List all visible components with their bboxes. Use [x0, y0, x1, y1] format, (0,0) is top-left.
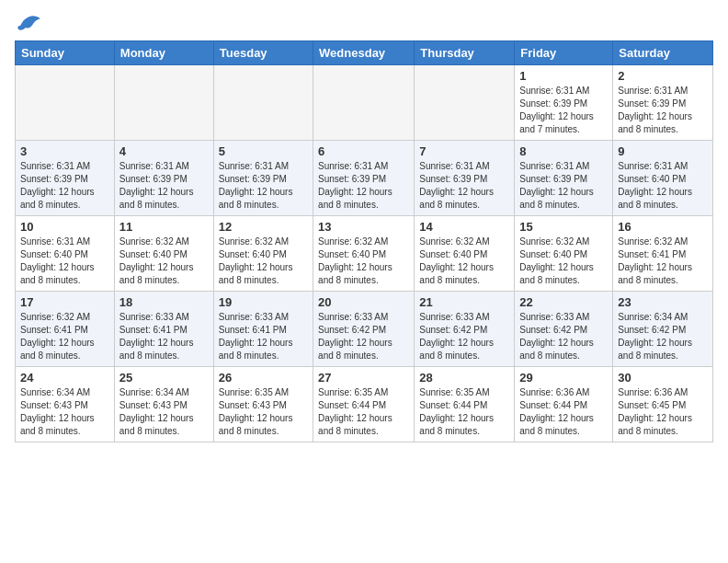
- day-info: Sunrise: 6:34 AM Sunset: 6:42 PM Dayligh…: [618, 311, 708, 362]
- calendar-cell: 20Sunrise: 6:33 AM Sunset: 6:42 PM Dayli…: [313, 292, 415, 367]
- calendar-cell: [313, 65, 415, 141]
- calendar-cell: 2Sunrise: 6:31 AM Sunset: 6:39 PM Daylig…: [613, 65, 713, 141]
- day-info: Sunrise: 6:33 AM Sunset: 6:42 PM Dayligh…: [519, 311, 608, 362]
- day-number: 7: [419, 144, 509, 158]
- calendar-cell: 11Sunrise: 6:32 AM Sunset: 6:40 PM Dayli…: [114, 216, 213, 292]
- calendar-cell: 1Sunrise: 6:31 AM Sunset: 6:39 PM Daylig…: [515, 65, 613, 141]
- calendar-cell: 4Sunrise: 6:31 AM Sunset: 6:39 PM Daylig…: [114, 141, 213, 216]
- calendar-cell: 18Sunrise: 6:33 AM Sunset: 6:41 PM Dayli…: [114, 292, 213, 367]
- logo-bird-icon: [17, 15, 42, 33]
- day-info: Sunrise: 6:32 AM Sunset: 6:40 PM Dayligh…: [318, 236, 409, 287]
- week-row-4: 17Sunrise: 6:32 AM Sunset: 6:41 PM Dayli…: [16, 292, 713, 367]
- calendar-cell: 30Sunrise: 6:36 AM Sunset: 6:45 PM Dayli…: [613, 367, 713, 442]
- calendar-cell: 12Sunrise: 6:32 AM Sunset: 6:40 PM Dayli…: [213, 216, 313, 292]
- calendar-cell: 7Sunrise: 6:31 AM Sunset: 6:39 PM Daylig…: [415, 141, 515, 216]
- calendar-cell: 24Sunrise: 6:34 AM Sunset: 6:43 PM Dayli…: [16, 367, 115, 442]
- calendar-cell: 23Sunrise: 6:34 AM Sunset: 6:42 PM Dayli…: [613, 292, 713, 367]
- day-number: 27: [318, 371, 409, 385]
- day-info: Sunrise: 6:32 AM Sunset: 6:40 PM Dayligh…: [119, 236, 209, 287]
- day-info: Sunrise: 6:31 AM Sunset: 6:39 PM Dayligh…: [519, 160, 608, 212]
- day-info: Sunrise: 6:31 AM Sunset: 6:39 PM Dayligh…: [618, 85, 708, 136]
- day-info: Sunrise: 6:32 AM Sunset: 6:41 PM Dayligh…: [20, 311, 109, 362]
- calendar-cell: 3Sunrise: 6:31 AM Sunset: 6:39 PM Daylig…: [16, 141, 115, 216]
- calendar-cell: 13Sunrise: 6:32 AM Sunset: 6:40 PM Dayli…: [313, 216, 415, 292]
- calendar-cell: [213, 65, 313, 141]
- day-number: 17: [20, 295, 109, 309]
- calendar-cell: [16, 65, 115, 141]
- day-number: 1: [519, 69, 608, 83]
- weekday-header-tuesday: Tuesday: [213, 41, 313, 65]
- weekday-header-thursday: Thursday: [415, 41, 515, 65]
- day-info: Sunrise: 6:31 AM Sunset: 6:39 PM Dayligh…: [419, 160, 509, 212]
- day-info: Sunrise: 6:35 AM Sunset: 6:43 PM Dayligh…: [219, 386, 308, 438]
- day-number: 2: [618, 69, 708, 83]
- calendar-cell: [415, 65, 515, 141]
- calendar-cell: 22Sunrise: 6:33 AM Sunset: 6:42 PM Dayli…: [515, 292, 613, 367]
- day-info: Sunrise: 6:35 AM Sunset: 6:44 PM Dayligh…: [419, 386, 509, 438]
- week-row-5: 24Sunrise: 6:34 AM Sunset: 6:43 PM Dayli…: [16, 367, 713, 442]
- week-row-2: 3Sunrise: 6:31 AM Sunset: 6:39 PM Daylig…: [16, 141, 713, 216]
- day-number: 3: [20, 144, 109, 158]
- weekday-header-row: SundayMondayTuesdayWednesdayThursdayFrid…: [16, 41, 713, 65]
- weekday-header-saturday: Saturday: [613, 41, 713, 65]
- day-info: Sunrise: 6:33 AM Sunset: 6:41 PM Dayligh…: [119, 311, 209, 362]
- week-row-1: 1Sunrise: 6:31 AM Sunset: 6:39 PM Daylig…: [16, 65, 713, 141]
- calendar-cell: 10Sunrise: 6:31 AM Sunset: 6:40 PM Dayli…: [16, 216, 115, 292]
- day-info: Sunrise: 6:32 AM Sunset: 6:40 PM Dayligh…: [419, 236, 509, 287]
- day-number: 26: [219, 371, 308, 385]
- day-number: 30: [618, 371, 708, 385]
- calendar-cell: 5Sunrise: 6:31 AM Sunset: 6:39 PM Daylig…: [213, 141, 313, 216]
- day-info: Sunrise: 6:31 AM Sunset: 6:39 PM Dayligh…: [519, 85, 608, 136]
- logo: [15, 15, 42, 29]
- calendar-cell: 29Sunrise: 6:36 AM Sunset: 6:44 PM Dayli…: [515, 367, 613, 442]
- calendar-cell: 9Sunrise: 6:31 AM Sunset: 6:40 PM Daylig…: [613, 141, 713, 216]
- calendar-cell: 6Sunrise: 6:31 AM Sunset: 6:39 PM Daylig…: [313, 141, 415, 216]
- day-number: 9: [618, 144, 708, 158]
- day-number: 29: [519, 371, 608, 385]
- day-number: 20: [318, 295, 409, 309]
- day-number: 22: [519, 295, 608, 309]
- day-number: 11: [119, 220, 209, 234]
- day-info: Sunrise: 6:31 AM Sunset: 6:39 PM Dayligh…: [219, 160, 308, 212]
- calendar-cell: 8Sunrise: 6:31 AM Sunset: 6:39 PM Daylig…: [515, 141, 613, 216]
- day-number: 25: [119, 371, 209, 385]
- calendar-cell: [114, 65, 213, 141]
- day-info: Sunrise: 6:33 AM Sunset: 6:42 PM Dayligh…: [419, 311, 509, 362]
- day-info: Sunrise: 6:33 AM Sunset: 6:41 PM Dayligh…: [219, 311, 308, 362]
- day-info: Sunrise: 6:34 AM Sunset: 6:43 PM Dayligh…: [20, 386, 109, 438]
- day-number: 19: [219, 295, 308, 309]
- calendar-cell: 28Sunrise: 6:35 AM Sunset: 6:44 PM Dayli…: [415, 367, 515, 442]
- day-number: 28: [419, 371, 509, 385]
- day-number: 24: [20, 371, 109, 385]
- day-info: Sunrise: 6:35 AM Sunset: 6:44 PM Dayligh…: [318, 386, 409, 438]
- weekday-header-friday: Friday: [515, 41, 613, 65]
- day-number: 5: [219, 144, 308, 158]
- day-number: 8: [519, 144, 608, 158]
- calendar-cell: 15Sunrise: 6:32 AM Sunset: 6:40 PM Dayli…: [515, 216, 613, 292]
- calendar-cell: 14Sunrise: 6:32 AM Sunset: 6:40 PM Dayli…: [415, 216, 515, 292]
- calendar-cell: 25Sunrise: 6:34 AM Sunset: 6:43 PM Dayli…: [114, 367, 213, 442]
- day-number: 4: [119, 144, 209, 158]
- day-info: Sunrise: 6:33 AM Sunset: 6:42 PM Dayligh…: [318, 311, 409, 362]
- weekday-header-monday: Monday: [114, 41, 213, 65]
- day-info: Sunrise: 6:36 AM Sunset: 6:44 PM Dayligh…: [519, 386, 608, 438]
- day-number: 18: [119, 295, 209, 309]
- day-number: 14: [419, 220, 509, 234]
- day-info: Sunrise: 6:31 AM Sunset: 6:39 PM Dayligh…: [318, 160, 409, 212]
- calendar-cell: 27Sunrise: 6:35 AM Sunset: 6:44 PM Dayli…: [313, 367, 415, 442]
- calendar-table: SundayMondayTuesdayWednesdayThursdayFrid…: [15, 40, 713, 442]
- calendar-cell: 19Sunrise: 6:33 AM Sunset: 6:41 PM Dayli…: [213, 292, 313, 367]
- calendar-cell: 26Sunrise: 6:35 AM Sunset: 6:43 PM Dayli…: [213, 367, 313, 442]
- day-number: 12: [219, 220, 308, 234]
- day-number: 6: [318, 144, 409, 158]
- calendar-cell: 16Sunrise: 6:32 AM Sunset: 6:41 PM Dayli…: [613, 216, 713, 292]
- calendar-cell: 21Sunrise: 6:33 AM Sunset: 6:42 PM Dayli…: [415, 292, 515, 367]
- day-info: Sunrise: 6:34 AM Sunset: 6:43 PM Dayligh…: [119, 386, 209, 438]
- day-info: Sunrise: 6:31 AM Sunset: 6:40 PM Dayligh…: [20, 236, 109, 287]
- day-info: Sunrise: 6:32 AM Sunset: 6:41 PM Dayligh…: [618, 236, 708, 287]
- day-info: Sunrise: 6:32 AM Sunset: 6:40 PM Dayligh…: [519, 236, 608, 287]
- day-number: 23: [618, 295, 708, 309]
- weekday-header-sunday: Sunday: [16, 41, 115, 65]
- day-number: 21: [419, 295, 509, 309]
- calendar-cell: 17Sunrise: 6:32 AM Sunset: 6:41 PM Dayli…: [16, 292, 115, 367]
